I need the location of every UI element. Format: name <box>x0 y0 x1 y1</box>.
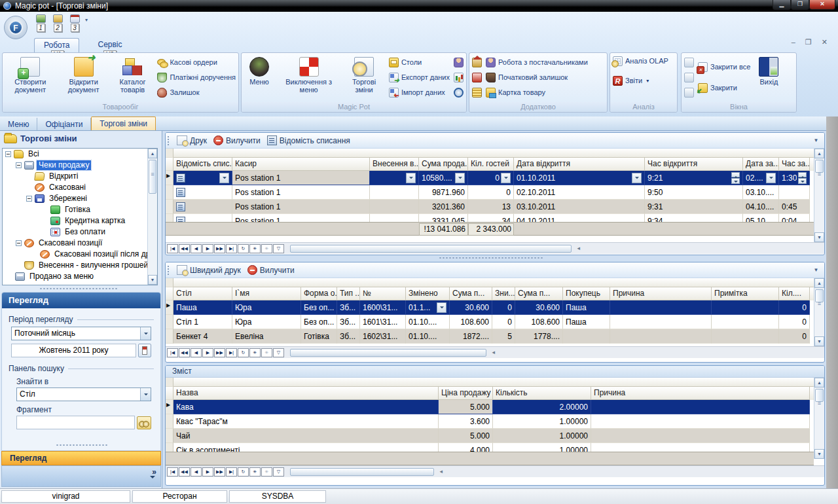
nav-refresh-button[interactable]: ↻ <box>238 244 249 253</box>
spinner-icon[interactable] <box>798 172 807 184</box>
cell-table[interactable]: Паша <box>173 300 232 315</box>
scroll-down-icon[interactable]: ▼ <box>814 336 824 346</box>
tables-button[interactable]: Столи <box>389 56 450 68</box>
horizontal-scroll-thumb[interactable] <box>290 468 434 476</box>
group-by-band[interactable] <box>166 378 814 387</box>
olap-button[interactable]: Аналіз OLAP <box>613 55 668 67</box>
cell-sum[interactable]: 3331.045 <box>419 214 468 222</box>
cell-price[interactable]: 4.000 <box>439 443 493 452</box>
col-header-name[interactable]: Назва <box>173 387 439 400</box>
toolbar-overflow-icon[interactable]: ▼ <box>812 266 820 275</box>
cell-type[interactable]: Зб... <box>337 329 360 344</box>
col-header-changed[interactable]: Змінено <box>406 287 450 300</box>
cell-price[interactable]: 5.000 <box>439 429 493 443</box>
create-document-button[interactable]: Створити документ <box>5 55 56 96</box>
cell-changed[interactable]: 01.1... <box>406 300 450 315</box>
close-button[interactable]: ✕ <box>809 0 835 10</box>
tree-item-vsi[interactable]: Всі <box>3 149 157 160</box>
tree-item-gotivka[interactable]: Готівка <box>3 204 157 215</box>
cell-open-date[interactable]: 01.10.2011 <box>514 171 645 185</box>
group-by-band[interactable] <box>166 149 814 158</box>
tile-button[interactable] <box>684 71 694 83</box>
cell-sum2[interactable]: 30.600 <box>515 300 563 315</box>
nav-prior-page-button[interactable]: ◀◀ <box>179 244 190 253</box>
restore-button[interactable]: ❐ <box>791 0 809 10</box>
table-row[interactable]: Стіл 1 Юра Без оп... Зб... 1601\31... 01… <box>166 315 814 329</box>
scroll-down-icon[interactable]: ▼ <box>148 275 157 285</box>
cell-sum1[interactable]: 108.600 <box>450 315 492 329</box>
cell-reason[interactable] <box>610 315 712 329</box>
timer-button[interactable] <box>454 86 464 98</box>
cell-open-date[interactable]: 03.10.2011 <box>514 200 645 214</box>
cell-open-date[interactable]: 02.10.2011 <box>514 185 645 200</box>
view-panel-splitter[interactable] <box>56 444 108 446</box>
cell-price[interactable]: 5.000 <box>439 400 493 414</box>
money-stack-button[interactable] <box>472 86 482 98</box>
search-icon[interactable] <box>137 416 151 429</box>
cell-close-time[interactable] <box>779 185 810 200</box>
cell-writeoff[interactable] <box>173 200 232 214</box>
cell-buyer[interactable] <box>563 329 610 344</box>
tree-item-skasovani-pozytsii[interactable]: Скасовані позиції <box>3 238 157 249</box>
payment-orders-button[interactable]: Платіжні доручення <box>157 71 236 83</box>
table-row[interactable]: Бенкет 4 Евеліна Готівка Зб... 1602\31..… <box>166 329 814 344</box>
calendar-button[interactable] <box>138 344 151 357</box>
cell-sum[interactable]: 9871.960 <box>419 185 468 200</box>
qat-button-2[interactable]: 2 <box>51 14 64 34</box>
dropdown-icon[interactable] <box>501 173 511 183</box>
scroll-thumb[interactable] <box>815 289 824 302</box>
col-header-writeoff[interactable]: Відомість спис... <box>173 158 232 171</box>
col-header-name[interactable]: І`мя <box>232 287 301 300</box>
collapse-icon[interactable] <box>16 240 22 246</box>
exclude-from-menu-button[interactable]: Виключення з меню <box>278 55 339 96</box>
scroll-down-icon[interactable]: ▼ <box>814 449 824 459</box>
scroll-thumb[interactable] <box>815 160 824 173</box>
find-in-combobox[interactable]: Стіл <box>16 387 151 401</box>
table-row[interactable]: Pos station 1 10580.... 0 01.10.2011 9:2… <box>166 171 814 185</box>
cell-sum1[interactable]: 1872.... <box>450 329 492 344</box>
cell-payform[interactable]: Готівка <box>301 329 337 344</box>
nav-last-button[interactable]: ▶| <box>226 244 237 253</box>
nav-first-button[interactable]: |◀ <box>167 467 178 477</box>
cell-name[interactable]: Квас "Тарас"м <box>173 414 439 429</box>
nav-next-button[interactable]: ▶ <box>202 244 213 253</box>
horizontal-scroll-thumb[interactable] <box>290 349 486 357</box>
nav-refresh-button[interactable]: ↻ <box>238 348 249 357</box>
sidebar-splitter[interactable] <box>39 287 118 291</box>
qat-button-1[interactable]: 1 <box>34 14 47 34</box>
tree-item-skasovani-pislya-druku[interactable]: Скасовані позиції після друку <box>3 249 157 260</box>
cell-reason[interactable] <box>610 329 712 344</box>
cell-guests[interactable]: 34 <box>468 214 514 222</box>
fragment-input[interactable] <box>16 416 135 429</box>
cell-name[interactable]: Сік в асортименті <box>173 443 439 452</box>
cascade-button[interactable] <box>684 56 694 68</box>
cell-qty[interactable]: 1.00000 <box>493 429 591 443</box>
cell-reason[interactable] <box>591 400 810 414</box>
export-data-button[interactable]: Експорт даних <box>389 71 450 83</box>
tree-item-prodano-za-menu[interactable]: Продано за меню <box>3 271 157 282</box>
nav-prior-page-button[interactable]: ◀◀ <box>179 467 190 477</box>
col-header-qty[interactable]: Кількість <box>493 387 591 400</box>
cell-close-time[interactable]: 0:45 <box>779 200 810 214</box>
nav-prior-page-button[interactable]: ◀◀ <box>179 348 190 357</box>
cell-name[interactable]: Юра <box>232 300 301 315</box>
cell-qty[interactable]: 1.00000 <box>493 414 591 429</box>
house-button[interactable] <box>472 56 482 68</box>
cell-discount[interactable]: 0 <box>492 315 515 329</box>
cell-sum2[interactable]: 1778.... <box>515 329 563 344</box>
open-document-button[interactable]: Відкрити документ <box>60 55 108 96</box>
chevron-down-icon[interactable] <box>150 476 155 481</box>
writeoff-sheet-button[interactable]: Відомість списання <box>267 135 350 145</box>
cell-table[interactable]: Бенкет 4 <box>173 329 232 344</box>
cell-cashier[interactable]: Pos station 1 <box>232 214 370 222</box>
qat-button-3[interactable]: 3 <box>68 14 81 34</box>
tree-item-kredytna-kartka[interactable]: Кредитна картка <box>3 215 157 226</box>
nav-insert-button[interactable]: ✳ <box>249 244 261 253</box>
col-header-discount[interactable]: Зни... <box>492 287 515 300</box>
cell-cashier[interactable]: Pos station 1 <box>232 200 370 214</box>
col-header-open-time[interactable]: Час відкриття <box>645 158 743 171</box>
exit-button[interactable]: Вихід <box>754 55 783 88</box>
toolbar-overflow-icon[interactable]: ▼ <box>812 136 820 145</box>
cell-cashier[interactable]: Pos station 1 <box>232 185 370 200</box>
cell-guests[interactable]: 0 <box>468 171 514 185</box>
